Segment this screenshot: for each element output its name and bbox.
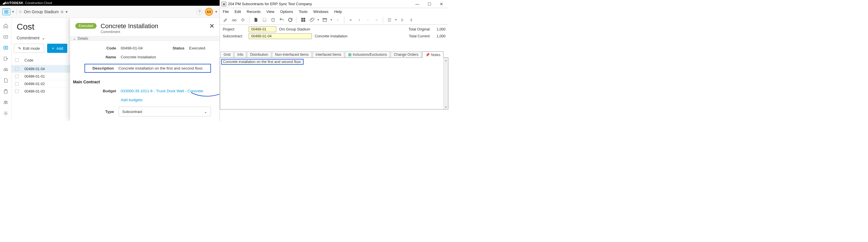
nav-projects-icon[interactable] (3, 34, 9, 40)
tab-grid[interactable]: Grid (220, 52, 234, 58)
svg-point-16 (232, 19, 234, 21)
scroll-up-icon[interactable]: ▴ (444, 58, 448, 62)
refresh-icon[interactable] (287, 17, 293, 23)
nav-cost-icon[interactable] (3, 45, 9, 51)
label-total-original: Total Original: (408, 27, 430, 31)
last-page-icon[interactable]: » (374, 17, 379, 23)
add-button[interactable]: ＋ Add (47, 44, 67, 53)
select-all-checkbox[interactable] (15, 58, 19, 62)
save-icon[interactable] (261, 17, 267, 23)
close-button[interactable]: ✕ (209, 23, 214, 30)
erp-window: ▦ 204 PM Subcontracts for ERP Sync Test … (220, 0, 448, 121)
chevron-down-icon[interactable]: ▾ (215, 9, 217, 14)
notes-panel[interactable]: Concrete installation on the first and s… (220, 58, 448, 110)
add-budgets-link[interactable]: Add budgets (121, 98, 143, 102)
go-first-icon[interactable]: |‹ (400, 17, 405, 23)
menu-records[interactable]: Records (247, 9, 260, 14)
bug-icon[interactable] (240, 17, 246, 23)
details-accordion-header[interactable]: ⌄ Details (70, 36, 220, 41)
tab-inclusions[interactable]: ▦Inclusions/Exclusions (345, 51, 390, 58)
chevron-down-icon[interactable]: ▾ (12, 9, 14, 14)
grid-view-icon[interactable] (300, 17, 306, 23)
help-button[interactable]: ? (196, 9, 203, 15)
first-page-icon[interactable]: « (348, 17, 353, 23)
nav-export-icon[interactable] (3, 56, 9, 61)
minimize-button[interactable]: — (412, 1, 423, 7)
panel-title: Concrete Installation (101, 23, 158, 30)
tab-interfaced[interactable]: Interfaced Items (312, 52, 345, 58)
svg-rect-3 (7, 12, 8, 13)
menu-help[interactable]: Help (334, 9, 342, 14)
label-subcontract: Subcontract: (223, 34, 246, 38)
svg-point-18 (242, 19, 244, 21)
chevron-down-icon[interactable]: ▾ (331, 18, 332, 21)
menu-windows[interactable]: Windows (313, 9, 329, 14)
chevron-down-icon[interactable]: ▾ (395, 18, 397, 21)
tab-noninterfaced[interactable]: Non-Interfaced Items (272, 52, 312, 58)
erp-toolbar: ▾ ▾ ✓ « ‹ › » ▾ |‹ ›| (220, 15, 448, 25)
undo-icon[interactable] (279, 17, 284, 23)
tab-changeorders[interactable]: Change Orders (391, 52, 421, 58)
archive-icon[interactable] (322, 17, 328, 23)
acc-topbar: ▾ ⧉ Orn Group Stadium ⊕ ▾ ? AA ▾ (0, 6, 220, 18)
column-code[interactable]: Code (25, 58, 33, 62)
project-switcher[interactable]: Orn Group Stadium ⊕ ▾ (24, 9, 67, 14)
row-checkbox[interactable] (15, 82, 19, 86)
edit-icon[interactable] (223, 17, 228, 23)
nav-settings-icon[interactable] (3, 110, 9, 116)
value-total-current: 1,000 (437, 34, 445, 38)
user-avatar[interactable]: AA (205, 8, 213, 16)
binoculars-icon[interactable] (231, 17, 237, 23)
svg-rect-22 (301, 20, 303, 22)
project-id-field[interactable]: 00498-01 (249, 26, 276, 32)
status-badge: Executed (75, 23, 97, 29)
row-checkbox[interactable] (15, 67, 19, 71)
tab-info[interactable]: Info (234, 52, 247, 58)
nav-file-icon[interactable] (3, 78, 9, 83)
acc-global-header: ◢ AUTODESK Construction Cloud (0, 0, 220, 6)
pin-icon: 📌 (425, 53, 430, 57)
nav-members-icon[interactable] (3, 99, 9, 105)
tab-notes[interactable]: 📌Notes (422, 52, 444, 58)
attach-icon[interactable] (309, 17, 315, 23)
plus-icon: ＋ (51, 46, 55, 51)
home-button[interactable] (2, 8, 10, 15)
list-icon[interactable] (386, 17, 392, 23)
prev-page-icon[interactable]: ‹ (356, 17, 362, 23)
product-text: Construction Cloud (25, 1, 52, 5)
scroll-down-icon[interactable]: ▾ (444, 104, 448, 109)
type-select[interactable]: Subcontract ⌄ (119, 107, 211, 116)
menu-edit[interactable]: Edit (235, 9, 241, 14)
delete-icon[interactable] (270, 17, 276, 23)
pencil-icon: ✎ (18, 46, 21, 51)
value-total-original: 1,000 (437, 27, 445, 31)
tab-distribution[interactable]: Distribution (247, 52, 271, 58)
budget-link[interactable]: 033000-35-1011-6 - Truck Dock Wall - Con… (121, 89, 203, 93)
menu-file[interactable]: File (223, 9, 229, 14)
go-last-icon[interactable]: ›| (408, 17, 414, 23)
menu-view[interactable]: View (267, 9, 275, 14)
edit-mode-button[interactable]: ✎ Edit mode (14, 44, 44, 53)
spellcheck-icon[interactable]: ✓ (335, 17, 341, 23)
new-file-icon[interactable] (253, 17, 259, 23)
nav-home-icon[interactable] (3, 23, 9, 29)
maximize-button[interactable]: ☐ (424, 1, 435, 7)
close-button[interactable]: ✕ (436, 1, 447, 7)
row-checkbox[interactable] (15, 74, 19, 78)
nav-binoculars-icon[interactable] (3, 67, 9, 72)
panel-subtitle: Commitment (101, 30, 158, 34)
link-icon[interactable]: ⧉ (19, 9, 22, 14)
menu-tools[interactable]: Tools (299, 9, 308, 14)
erp-tab-strip: Grid Info Distribution Non-Interfaced It… (220, 51, 448, 58)
app-icon: ▦ (222, 2, 226, 6)
project-name-text: Orn Group Stadium (279, 27, 310, 31)
row-checkbox[interactable] (15, 89, 19, 93)
menu-options[interactable]: Options (280, 9, 293, 14)
next-page-icon[interactable]: › (365, 17, 371, 23)
label-type: Type (87, 110, 114, 114)
subcontract-id-field[interactable]: 00498-01-04 (249, 33, 312, 39)
svg-rect-23 (304, 20, 305, 22)
chevron-down-icon[interactable]: ▾ (318, 18, 319, 21)
vertical-scrollbar[interactable]: ▴ ▾ (443, 58, 448, 109)
nav-clipboard-icon[interactable] (3, 89, 9, 94)
